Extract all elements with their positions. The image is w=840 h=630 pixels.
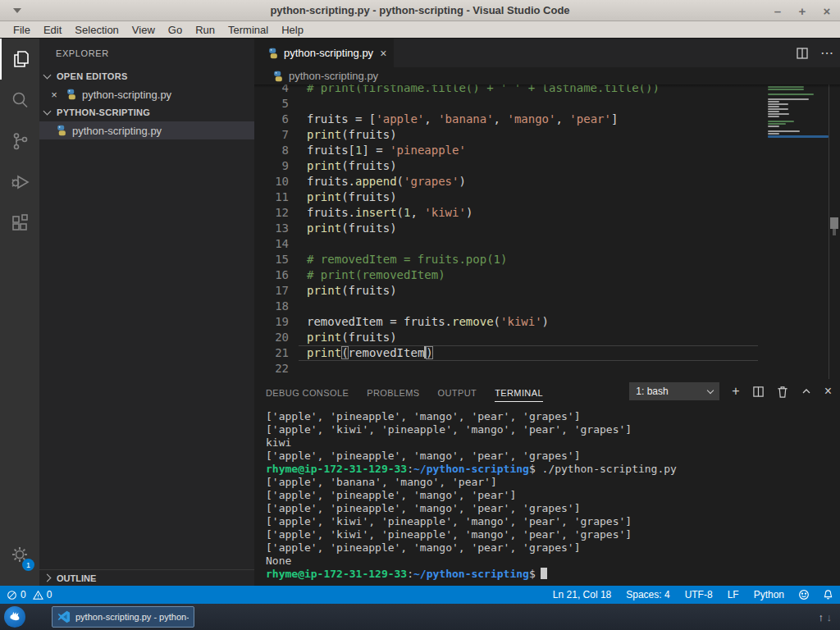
- code-line: 10fruits.append('grapes'): [254, 174, 840, 189]
- chevron-right-icon: [43, 574, 52, 582]
- terminal-line: ['apple', 'banana', 'mango', 'pear']: [266, 476, 832, 489]
- problems-status[interactable]: 0 0: [0, 589, 52, 600]
- terminal-output[interactable]: ['apple', 'pineapple', 'mango', 'pear', …: [266, 410, 832, 581]
- chevron-down-icon: [43, 71, 52, 80]
- source-control-icon[interactable]: [0, 121, 39, 162]
- search-icon[interactable]: [0, 80, 39, 121]
- code-line: 9print(fruits): [254, 158, 840, 174]
- code-line: 12fruits.insert(1, 'kiwi'): [254, 205, 840, 221]
- workspace-switcher[interactable]: ↑ ↓: [818, 611, 832, 623]
- status-ln-21-col-18[interactable]: Ln 21, Col 18: [546, 589, 619, 600]
- extensions-icon[interactable]: [0, 203, 39, 244]
- menu-edit[interactable]: Edit: [37, 24, 68, 36]
- terminal-line: ['apple', 'kiwi', 'pineapple', 'mango', …: [266, 423, 832, 436]
- split-terminal-icon[interactable]: [752, 386, 765, 398]
- terminal-line: ['apple', 'pineapple', 'mango', 'pear', …: [266, 541, 832, 555]
- errors-icon: [7, 590, 17, 600]
- panel-controls: 1: bash + ×: [629, 382, 832, 400]
- minimize-button[interactable]: –: [771, 4, 784, 18]
- status-lf[interactable]: LF: [720, 589, 746, 600]
- code-line: 19removedItem = fruits.remove('kiwi'): [254, 314, 840, 330]
- explorer-icon[interactable]: [0, 39, 39, 80]
- code-line: 17print(fruits): [254, 283, 840, 299]
- open-editor-item[interactable]: × python-scripting.py: [39, 85, 254, 103]
- applications-menu-icon[interactable]: [4, 606, 25, 628]
- tree-item-python-scripting-py[interactable]: python-scripting.py: [39, 121, 254, 139]
- menu-view[interactable]: View: [126, 24, 162, 36]
- warning-count: 0: [47, 589, 52, 600]
- python-file-icon: [66, 89, 77, 100]
- breadcrumb[interactable]: python-scripting.py: [254, 67, 840, 84]
- terminal-line: rhyme@ip-172-31-129-33:~/python-scriptin…: [266, 463, 832, 476]
- run-debug-icon[interactable]: [0, 162, 39, 203]
- panel-tab-output[interactable]: OUTPUT: [438, 383, 477, 401]
- python-file-icon: [272, 71, 284, 82]
- notifications-bell-icon[interactable]: [823, 589, 833, 600]
- window-menu-icon[interactable]: [13, 8, 21, 13]
- code-line: 13print(fruits): [254, 221, 840, 236]
- code-line: 22: [254, 361, 840, 377]
- shell-select-dropdown[interactable]: 1: bash: [629, 382, 719, 400]
- minimap[interactable]: [768, 86, 829, 141]
- code-line: 11print(fruits): [254, 189, 840, 205]
- section-open-editors[interactable]: OPEN EDITORS: [39, 67, 254, 85]
- code-lines: 4# print(firstname.title() + ' ' + lastn…: [254, 84, 840, 377]
- more-actions-icon[interactable]: ⋯: [820, 45, 833, 61]
- status-spaces-4[interactable]: Spaces: 4: [619, 589, 677, 600]
- code-line: 20print(fruits): [254, 330, 840, 345]
- menu-terminal[interactable]: Terminal: [221, 24, 275, 36]
- menu-go[interactable]: Go: [162, 24, 189, 36]
- close-button[interactable]: ×: [820, 4, 833, 18]
- activity-bar: 1: [0, 39, 39, 586]
- terminal-line: rhyme@ip-172-31-129-33:~/python-scriptin…: [266, 568, 832, 581]
- close-editor-icon[interactable]: ×: [48, 89, 61, 101]
- terminal-line: ['apple', 'pineapple', 'mango', 'pear', …: [266, 410, 832, 423]
- editor-scrollbar[interactable]: [829, 84, 840, 379]
- scrollbar-handle[interactable]: [830, 217, 838, 229]
- panel-tab-terminal[interactable]: TERMINAL: [495, 383, 543, 402]
- status-utf-8[interactable]: UTF-8: [678, 589, 720, 600]
- close-panel-icon[interactable]: ×: [824, 385, 832, 398]
- terminal-line: ['apple', 'pineapple', 'mango', 'pear', …: [266, 502, 832, 515]
- code-line: 6fruits = ['apple', 'banana', 'mango', '…: [254, 112, 840, 127]
- menu-selection[interactable]: Selection: [68, 24, 125, 36]
- code-line: 7print(fruits): [254, 127, 840, 143]
- chevron-down-icon: [707, 386, 714, 393]
- status-python[interactable]: Python: [746, 589, 792, 600]
- menu-run[interactable]: Run: [189, 24, 221, 36]
- arrow-down-icon: ↓: [827, 611, 833, 623]
- arrow-up-icon: ↑: [818, 611, 824, 623]
- window-title: python-scripting.py - python-scripting -…: [0, 4, 840, 16]
- tab-close-icon[interactable]: ×: [380, 47, 386, 60]
- menu-help[interactable]: Help: [275, 24, 310, 36]
- maximize-button[interactable]: +: [796, 4, 809, 18]
- panel-tab-problems[interactable]: PROBLEMS: [367, 383, 419, 401]
- menu-file[interactable]: File: [7, 24, 37, 36]
- manage-gear-icon[interactable]: 1: [0, 536, 39, 573]
- code-editor[interactable]: 4# print(firstname.title() + ' ' + lastn…: [254, 84, 840, 379]
- panel-tab-debug-console[interactable]: DEBUG CONSOLE: [266, 383, 349, 401]
- tab-python-scripting-py[interactable]: python-scripting.py ×: [254, 39, 394, 67]
- explorer-title: EXPLORER: [39, 39, 254, 67]
- feedback-smiley-icon[interactable]: [798, 589, 810, 600]
- terminal-line: ['apple', 'kiwi', 'pineapple', 'mango', …: [266, 528, 832, 541]
- terminal-line: ['apple', 'pineapple', 'mango', 'pear']: [266, 489, 832, 502]
- tab-bar: python-scripting.py × ⋯: [254, 39, 840, 67]
- code-line: 4# print(firstname.title() + ' ' + lastn…: [254, 84, 840, 96]
- editor-group: python-scripting.py × ⋯ python-scripting…: [254, 39, 840, 586]
- section-folder[interactable]: PYTHON-SCRIPTING: [39, 103, 254, 121]
- taskbar-window-button[interactable]: python-scripting.py - python-...: [52, 606, 194, 628]
- chevron-down-icon: [43, 107, 52, 116]
- status-bar: 0 0 Ln 21, Col 18Spaces: 4UTF-8LFPython: [0, 586, 840, 604]
- maximize-panel-icon[interactable]: [801, 386, 812, 397]
- section-outline[interactable]: OUTLINE: [39, 569, 254, 586]
- new-terminal-icon[interactable]: +: [732, 385, 739, 398]
- kill-terminal-trash-icon[interactable]: [777, 386, 788, 398]
- desktop: python-scripting.py - python-scripting -…: [0, 0, 840, 630]
- menubar: FileEditSelectionViewGoRunTerminalHelp: [0, 21, 840, 39]
- panel: DEBUG CONSOLEPROBLEMSOUTPUTTERMINAL 1: b…: [254, 379, 840, 586]
- code-line: 14: [254, 236, 840, 252]
- code-line: 8fruits[1] = 'pineapple': [254, 143, 840, 158]
- split-editor-icon[interactable]: [796, 47, 809, 60]
- workbench: 1 EXPLORER OPEN EDITORS × python-scripti…: [0, 39, 840, 586]
